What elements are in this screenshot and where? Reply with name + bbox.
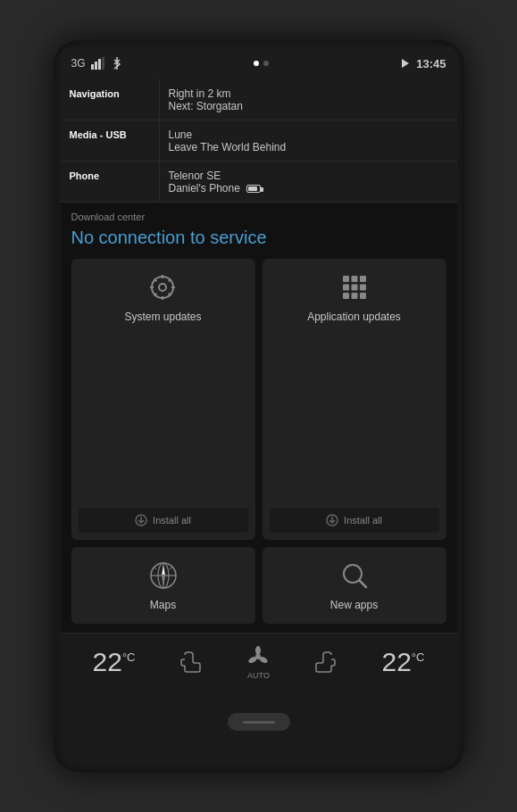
clock: 13:45 (416, 57, 446, 70)
svg-rect-3 (102, 57, 104, 70)
media-label: Media - USB (61, 120, 159, 161)
svg-rect-2 (98, 59, 101, 70)
seat-heat-right[interactable] (313, 650, 338, 675)
temp-right: 22 °C (381, 647, 424, 677)
svg-line-37 (359, 581, 366, 588)
seat-icon-right (313, 650, 338, 675)
download-icon (135, 514, 147, 526)
maps-cell[interactable]: Maps (71, 547, 255, 624)
svg-rect-22 (360, 285, 366, 291)
signal-bars-icon (91, 57, 107, 70)
svg-line-35 (170, 567, 172, 569)
media-line2: Leave The World Behind (169, 141, 448, 153)
app-updates-cell[interactable]: Application updates Install all (263, 259, 446, 540)
svg-rect-20 (343, 285, 349, 291)
download-center: Download center No connection to service (61, 203, 457, 633)
dot-1 (254, 61, 259, 66)
svg-rect-25 (360, 293, 366, 299)
phone-row[interactable]: Phone Telenor SE Daniel's Phone (61, 162, 457, 203)
media-content: Lune Leave The World Behind (159, 120, 457, 161)
status-right: 13:45 (402, 57, 446, 70)
auto-label: AUTO (247, 671, 270, 680)
climate-bar: 22 °C AUTO (61, 633, 457, 690)
seat-heat-left[interactable] (178, 650, 203, 675)
temp-left: 22 °C (93, 647, 136, 677)
svg-rect-24 (351, 293, 357, 299)
temp-left-value: 22 (93, 647, 122, 677)
handle-line (243, 721, 275, 724)
pagination-dots (254, 61, 269, 66)
app-updates-label: Application updates (307, 311, 401, 323)
temp-right-value: 22 (381, 647, 411, 677)
app-install-all-button[interactable]: Install all (270, 508, 439, 533)
phone-label: Phone (61, 162, 159, 202)
app-install-label: Install all (344, 515, 382, 526)
app-updates-icon (338, 271, 371, 303)
navigation-label: Navigation (61, 79, 159, 120)
download-icon-2 (326, 514, 338, 526)
svg-rect-18 (351, 276, 357, 282)
section-title: Download center (71, 211, 446, 222)
maps-icon (147, 559, 179, 592)
fan-icon (246, 644, 271, 669)
media-line1: Lune (169, 128, 448, 141)
svg-point-6 (159, 284, 166, 291)
signal-text: 3G (71, 57, 86, 70)
phone-content: Telenor SE Daniel's Phone (159, 162, 457, 202)
svg-point-39 (255, 646, 261, 655)
media-row[interactable]: Media - USB Lune Leave The World Behind (61, 120, 457, 162)
handle-button[interactable] (228, 713, 290, 731)
new-apps-icon (338, 559, 371, 592)
system-updates-icon (146, 271, 179, 303)
new-apps-cell[interactable]: New apps (263, 547, 446, 624)
navigation-row[interactable]: Navigation Right in 2 km Next: Storgatan (61, 79, 457, 120)
system-updates-label: System updates (124, 311, 201, 323)
status-bar: 3G 13:45 (61, 47, 457, 79)
phone-line2: Daniel's Phone (169, 182, 448, 195)
play-icon (402, 59, 409, 68)
svg-rect-23 (343, 293, 349, 299)
svg-rect-17 (343, 276, 349, 282)
svg-rect-21 (351, 285, 357, 291)
svg-rect-0 (91, 64, 94, 70)
no-connection-status: No connection to service (71, 228, 446, 248)
fan-control[interactable]: AUTO (246, 644, 271, 680)
svg-rect-1 (95, 62, 97, 70)
bluetooth-icon (113, 57, 121, 70)
svg-rect-19 (360, 276, 366, 282)
system-updates-cell[interactable]: System updates Install all (71, 259, 255, 540)
temp-right-unit: °C (412, 650, 425, 664)
temp-left-unit: °C (122, 650, 136, 664)
nav-line1: Right in 2 km (169, 87, 448, 100)
seat-icon-left (178, 650, 203, 675)
system-install-label: Install all (153, 515, 191, 526)
main-screen: 3G 13:45 (61, 47, 457, 690)
nav-line2: Next: Storgatan (169, 100, 448, 112)
battery-icon (246, 185, 261, 193)
navigation-content: Right in 2 km Next: Storgatan (159, 79, 457, 120)
status-left: 3G (71, 57, 121, 70)
phone-line1: Telenor SE (169, 170, 448, 182)
maps-label: Maps (150, 599, 176, 611)
system-install-all-button[interactable]: Install all (79, 508, 248, 533)
new-apps-label: New apps (330, 599, 378, 611)
dot-2 (263, 61, 269, 66)
car-display-frame: 3G 13:45 (54, 40, 464, 772)
update-grid: System updates Install all (71, 259, 446, 540)
info-rows: Navigation Right in 2 km Next: Storgatan… (61, 79, 457, 203)
bottom-handle-area (61, 690, 457, 754)
bottom-grid: Maps New apps (71, 547, 446, 624)
